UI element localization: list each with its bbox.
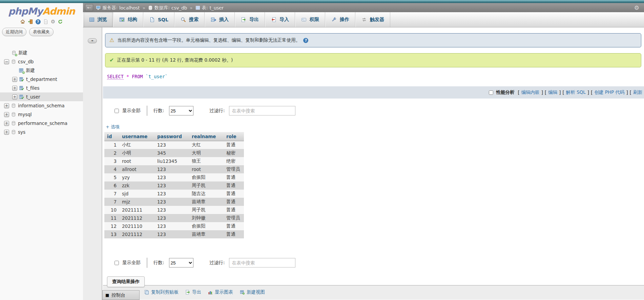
help-icon[interactable]	[303, 38, 308, 43]
sidebar-collapse-toggle[interactable]	[88, 38, 97, 43]
sql-keyword-from: FROM	[132, 74, 143, 79]
cell-password: 123	[154, 222, 189, 230]
divider	[147, 106, 147, 116]
tab-operations[interactable]: 操作	[325, 12, 355, 27]
cell-password: 123	[154, 181, 189, 190]
phpmyadmin-logo[interactable]: phpMyAdmin	[0, 3, 83, 17]
database-icon	[11, 59, 16, 64]
tree-item-information_schema[interactable]: information_schema	[0, 101, 83, 110]
tree-item-new-table[interactable]: 新建	[0, 66, 83, 75]
display-chart-link[interactable]: 显示图表	[208, 289, 233, 295]
cell-realname: 苗靖章	[189, 198, 224, 206]
breadcrumb-server[interactable]: 服务器: localhost	[96, 5, 140, 11]
server-icon	[96, 5, 101, 10]
recent-tables-button[interactable]: 近期访问	[2, 28, 26, 36]
options-toggle-link[interactable]: + 选项	[106, 124, 120, 130]
expand-expander-icon[interactable]	[4, 130, 9, 135]
column-header-id[interactable]: id	[104, 132, 119, 141]
copy-to-clipboard-link[interactable]: 复制到剪贴板	[144, 289, 179, 295]
favorite-tables-button[interactable]: 表收藏夹	[29, 28, 54, 36]
table-header-row: id username password realname role	[104, 132, 244, 141]
rows-count-label: 行数:	[153, 260, 164, 266]
docs-icon[interactable]	[43, 19, 48, 24]
success-message: 正在显示第 0 - 11 行 (共 12 行, 查询花费 0.0002 秒。)	[105, 53, 641, 67]
refresh-link[interactable]: 刷新	[633, 89, 642, 95]
export-link[interactable]: 导出	[185, 289, 201, 295]
tab-triggers[interactable]: 触发器	[355, 12, 390, 27]
column-header-username[interactable]: username	[119, 132, 154, 141]
tab-search[interactable]: 搜索	[174, 12, 205, 27]
create-view-link[interactable]: 新建视图	[240, 289, 265, 295]
logout-door-icon[interactable]	[28, 19, 33, 24]
filter-rows-label: 过滤行:	[210, 108, 225, 114]
cell-role: 绝密	[224, 157, 244, 165]
show-all-checkbox[interactable]	[115, 109, 119, 113]
tab-sql[interactable]: SQL	[143, 12, 174, 27]
tab-structure[interactable]: 结构	[113, 12, 143, 27]
page-settings-gear-icon[interactable]	[634, 5, 639, 10]
tab-browse[interactable]: 浏览	[83, 12, 113, 27]
column-header-realname[interactable]: realname	[189, 132, 224, 141]
edit-link[interactable]: 编辑	[548, 89, 557, 95]
expand-expander-icon[interactable]	[12, 86, 17, 91]
home-icon[interactable]	[20, 19, 25, 24]
cell-id: 3	[104, 157, 119, 165]
expand-expander-icon[interactable]	[4, 121, 9, 126]
nav-icon-toolbar	[0, 19, 83, 25]
tree-item-t_department[interactable]: t_department	[0, 75, 83, 84]
cell-username: 2021112	[119, 214, 154, 222]
explain-sql-link[interactable]: 解析 SQL	[566, 89, 586, 95]
tree-item-label: t_files	[26, 85, 40, 91]
database-icon	[11, 130, 16, 134]
tree-item-t_user[interactable]: t_user	[0, 92, 83, 101]
filter-rows-label: 过滤行:	[210, 260, 225, 266]
back-button[interactable]	[85, 4, 93, 11]
tree-item-new-database[interactable]: 新建	[0, 48, 83, 57]
tree-item-mysql[interactable]: mysql	[0, 110, 83, 119]
tree-item-t_files[interactable]: t_files	[0, 84, 83, 92]
collapse-expander-icon[interactable]	[4, 59, 9, 64]
action-label: 复制到剪贴板	[151, 289, 179, 295]
tree-item-sys[interactable]: sys	[0, 128, 83, 136]
help-icon[interactable]	[36, 19, 41, 24]
tree-item-csv_db[interactable]: csv_db	[0, 57, 83, 66]
sql-star: *	[126, 74, 129, 79]
filter-rows-input[interactable]	[229, 258, 295, 267]
cell-realname: 俞振阳	[189, 173, 224, 181]
expand-expander-icon[interactable]	[4, 112, 9, 117]
wrench-icon	[331, 17, 337, 22]
breadcrumb-table[interactable]: 表: t_user	[195, 5, 224, 11]
rows-count-select[interactable]: 25	[169, 106, 193, 115]
tab-insert[interactable]: 插入	[205, 12, 235, 27]
cell-role: 普通	[224, 198, 244, 206]
export-icon	[185, 290, 190, 295]
breadcrumb-database[interactable]: 数据库: csv_db	[148, 5, 187, 11]
cell-username: 2021112	[119, 230, 154, 238]
results-table: id username password realname role 1小红12…	[104, 132, 244, 238]
tab-label: 结构	[128, 17, 137, 23]
tab-label: 浏览	[98, 17, 107, 23]
expand-expander-icon[interactable]	[12, 94, 17, 100]
expand-expander-icon[interactable]	[4, 103, 9, 108]
refresh-icon[interactable]	[58, 19, 63, 24]
table-row: 5yzy123俞振阳普通	[104, 173, 244, 181]
profiling-checkbox[interactable]	[489, 90, 493, 95]
tab-export[interactable]: 导出	[235, 12, 265, 27]
tree-item-performance_schema[interactable]: performance_schema	[0, 119, 83, 128]
tab-label: 插入	[219, 17, 229, 23]
column-header-password[interactable]: password	[154, 132, 189, 141]
column-header-role[interactable]: role	[224, 132, 244, 141]
cell-id: 12	[104, 222, 119, 230]
export-icon	[241, 17, 246, 22]
rows-count-select[interactable]: 25	[169, 258, 193, 267]
settings-gear-icon[interactable]	[51, 19, 55, 24]
tab-privileges[interactable]: 权限	[295, 12, 325, 27]
edit-inline-link[interactable]: 编辑内嵌	[521, 89, 540, 95]
show-all-checkbox[interactable]	[115, 261, 119, 265]
filter-rows-input[interactable]	[229, 106, 295, 115]
expand-expander-icon[interactable]	[12, 77, 17, 82]
cell-role: 普通	[224, 181, 244, 190]
create-php-code-link[interactable]: 创建 PHP 代码	[594, 89, 624, 95]
tab-import[interactable]: 导入	[265, 12, 295, 27]
console-toggle[interactable]: 控制台	[102, 290, 140, 300]
